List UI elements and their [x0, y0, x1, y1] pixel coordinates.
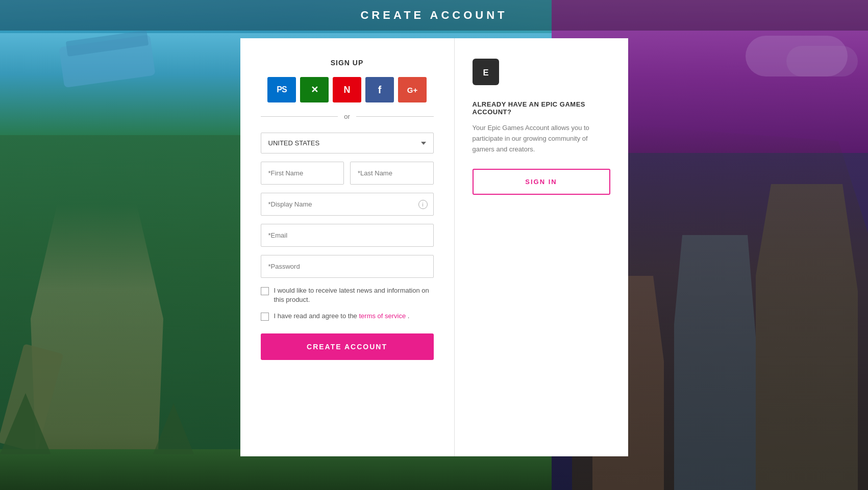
tos-label-end: . — [408, 312, 410, 320]
last-name-input[interactable] — [350, 162, 434, 185]
password-input[interactable] — [261, 255, 434, 278]
facebook-button[interactable]: f — [365, 77, 394, 102]
password-wrapper — [261, 255, 434, 278]
first-name-input[interactable] — [261, 162, 344, 185]
facebook-icon: f — [378, 84, 382, 96]
ps-icon: PS — [277, 85, 286, 94]
playstation-button[interactable]: PS — [267, 77, 296, 102]
tos-link[interactable]: terms of service — [359, 312, 406, 320]
divider-line-right — [356, 116, 434, 117]
display-name-input[interactable] — [261, 193, 434, 216]
epic-logo: E — [473, 59, 499, 85]
sign-in-button[interactable]: SIGN IN — [473, 169, 610, 195]
divider-line-left — [261, 116, 338, 117]
tos-checkbox-row: I have read and agree to the terms of se… — [261, 312, 434, 321]
news-checkbox-row: I would like to receive latest news and … — [261, 286, 434, 304]
email-input[interactable] — [261, 224, 434, 247]
nintendo-button[interactable]: N — [333, 77, 361, 102]
google-button[interactable]: G+ — [398, 77, 427, 102]
page-title: CREATE ACCOUNT — [360, 9, 507, 22]
email-wrapper — [261, 224, 434, 247]
header: CREATE ACCOUNT — [0, 0, 868, 31]
news-checkbox-label: I would like to receive latest news and … — [274, 286, 434, 304]
xbox-icon: ✕ — [311, 84, 318, 95]
google-icon: G+ — [407, 86, 417, 94]
svg-text:E: E — [483, 68, 488, 78]
xbox-button[interactable]: ✕ — [300, 77, 329, 102]
tos-label-start: I have read and agree to the — [274, 312, 359, 320]
or-divider: or — [261, 113, 434, 120]
create-account-button[interactable]: CREATE ACCOUNT — [261, 333, 434, 360]
display-name-info-icon[interactable]: i — [418, 200, 428, 209]
display-name-wrapper: i — [261, 193, 434, 216]
signup-title: SIGN UP — [261, 59, 434, 67]
epic-signin-panel: E ALREADY HAVE AN EPIC GAMES ACCOUNT? Yo… — [455, 38, 628, 456]
social-login-buttons: PS ✕ N f G+ — [261, 77, 434, 102]
or-text: or — [344, 113, 350, 120]
already-have-account-desc: Your Epic Games Account allows you to pa… — [473, 123, 610, 154]
already-have-account-title: ALREADY HAVE AN EPIC GAMES ACCOUNT? — [473, 100, 610, 116]
tos-checkbox[interactable] — [261, 313, 269, 321]
country-select[interactable]: UNITED STATES UNITED KINGDOM CANADA AUST… — [261, 133, 434, 153]
name-row — [261, 162, 434, 185]
news-checkbox[interactable] — [261, 287, 269, 295]
modal-card: SIGN UP PS ✕ N f G+ or — [240, 38, 628, 456]
tos-checkbox-label: I have read and agree to the terms of se… — [274, 312, 410, 321]
nintendo-icon: N — [344, 85, 351, 95]
epic-logo-icon: E — [478, 64, 494, 80]
signup-form-panel: SIGN UP PS ✕ N f G+ or — [240, 38, 455, 456]
